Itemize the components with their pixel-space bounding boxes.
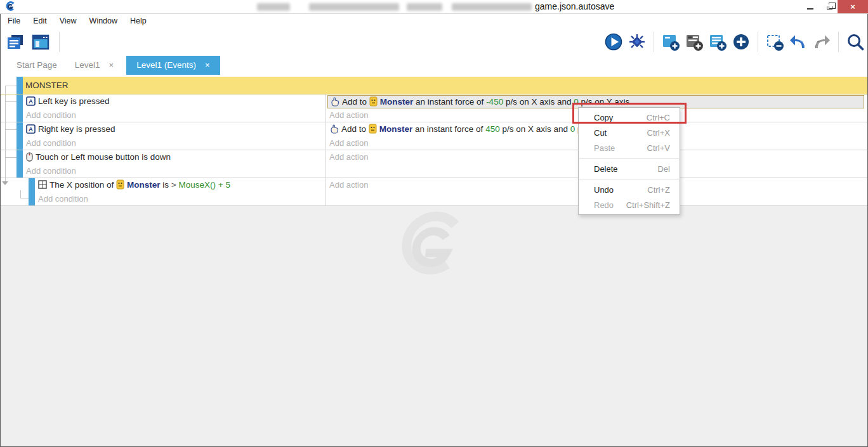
project-manager-icon[interactable] <box>5 30 25 53</box>
toolbar-separator <box>654 32 654 52</box>
menu-item-shortcut: Ctrl+X <box>647 128 670 138</box>
tab-start-page[interactable]: Start Page <box>8 56 66 75</box>
collapse-arrow-icon[interactable] <box>2 181 8 185</box>
event-row[interactable]: ALeft key is pressed Add condition Add t… <box>0 94 868 122</box>
events-sheet: MONSTER ALeft key is pressed Add conditi… <box>0 77 868 206</box>
event-row[interactable]: ARight key is pressed Add condition Add … <box>0 122 868 150</box>
minimize-button[interactable] <box>801 0 820 13</box>
event-handle-bar[interactable] <box>29 178 35 205</box>
event-handle-bar[interactable] <box>16 94 23 122</box>
redacted-title-segment <box>309 3 399 11</box>
remove-event-icon[interactable] <box>765 30 785 53</box>
scene-editor-icon[interactable] <box>30 30 51 53</box>
event-handle-bar[interactable] <box>16 122 23 150</box>
object-name: Monster <box>380 97 414 107</box>
menu-item-label: Undo <box>594 185 614 195</box>
restore-button[interactable] <box>820 0 839 13</box>
keyboard-key-icon: A <box>26 124 36 134</box>
add-subevent-icon[interactable] <box>684 30 704 53</box>
event-handle-bar[interactable] <box>16 150 23 178</box>
conditions-cell[interactable]: ARight key is pressed Add condition <box>23 122 326 150</box>
menu-separator <box>579 158 679 159</box>
minimize-icon <box>807 8 813 10</box>
add-condition-button[interactable]: Add condition <box>23 108 326 122</box>
gdevelop-watermark-logo <box>389 211 478 277</box>
toolbar-separator <box>758 32 758 52</box>
tree-line <box>5 129 16 130</box>
context-menu-item-paste[interactable]: Paste Ctrl+V <box>579 140 680 155</box>
restore-icon <box>827 4 832 10</box>
tab-bar: Start Page Level1× Level1 (Events)× <box>0 56 868 75</box>
search-icon[interactable] <box>845 30 865 53</box>
condition-line[interactable]: ALeft key is pressed <box>23 94 326 108</box>
event-handle-bar[interactable] <box>16 77 23 94</box>
menu-bar: File Edit View Window Help <box>0 14 868 28</box>
monster-object-icon <box>369 96 378 107</box>
context-menu-item-undo[interactable]: Undo Ctrl+Z <box>579 182 680 197</box>
toolbar-left-group <box>5 30 63 53</box>
tab-close-icon[interactable]: × <box>109 60 114 70</box>
mouse-icon <box>26 152 33 162</box>
menu-help[interactable]: Help <box>124 16 153 25</box>
menu-item-label: Delete <box>594 164 618 174</box>
add-event-type-icon[interactable] <box>731 30 751 53</box>
tab-level1[interactable]: Level1× <box>66 56 122 75</box>
context-menu-item-cut[interactable]: Cut Ctrl+X <box>579 125 680 140</box>
menu-edit[interactable]: Edit <box>27 16 53 25</box>
debug-icon[interactable] <box>627 30 647 53</box>
redacted-title-segment <box>257 3 290 11</box>
menu-item-label: Redo <box>594 200 614 210</box>
action-text: p/s on X axis and <box>500 124 570 134</box>
comment-event[interactable]: MONSTER <box>0 77 868 94</box>
redacted-title-segment <box>407 3 442 11</box>
condition-line[interactable]: ARight key is pressed <box>23 122 326 136</box>
condition-text: Touch or Left mouse button is down <box>36 152 171 162</box>
action-text: Add to <box>341 124 369 134</box>
add-condition-button[interactable]: Add condition <box>23 164 326 178</box>
add-condition-button[interactable]: Add condition <box>23 136 326 150</box>
tree-line <box>5 157 16 158</box>
menu-view[interactable]: View <box>53 16 83 25</box>
tab-close-icon[interactable]: × <box>205 60 210 70</box>
tree-line <box>20 198 29 198</box>
add-comment-icon[interactable] <box>707 30 728 53</box>
menu-window[interactable]: Window <box>83 16 124 25</box>
position-icon <box>38 180 47 189</box>
condition-line[interactable]: Touch or Left mouse button is down <box>23 150 326 164</box>
context-menu-item-redo[interactable]: Redo Ctrl+Shift+Z <box>579 197 680 212</box>
condition-text: The X position of <box>49 180 116 190</box>
toolbar <box>0 28 868 56</box>
add-condition-button[interactable]: Add condition <box>35 192 326 206</box>
gdevelop-logo-icon <box>5 1 15 14</box>
conditions-cell[interactable]: ALeft key is pressed Add condition <box>23 94 326 122</box>
menu-item-shortcut: Ctrl+V <box>647 143 670 153</box>
conditions-cell[interactable]: Touch or Left mouse button is down Add c… <box>23 150 326 178</box>
monster-object-icon <box>369 124 377 134</box>
context-menu-item-delete[interactable]: Delete Del <box>579 161 680 176</box>
redacted-title-segment <box>452 3 532 11</box>
redo-icon[interactable] <box>812 30 832 53</box>
editor-background <box>0 206 868 447</box>
svg-text:A: A <box>29 98 33 105</box>
menu-file[interactable]: File <box>1 16 27 25</box>
add-event-icon[interactable] <box>661 30 681 53</box>
action-text: p/s on X axis and <box>503 97 574 107</box>
toolbar-right-group <box>603 30 865 53</box>
action-text: Add to <box>342 97 369 107</box>
undo-icon[interactable] <box>788 30 808 53</box>
play-icon[interactable] <box>603 30 624 53</box>
window-title: game.json.autosave <box>535 1 614 11</box>
sub-event-row[interactable]: The X position of Monster is > MouseX() … <box>0 178 868 206</box>
tab-level1-events[interactable]: Level1 (Events)× <box>126 56 220 75</box>
event-row[interactable]: Touch or Left mouse button is down Add c… <box>0 150 868 178</box>
object-name: Monster <box>127 180 161 190</box>
close-button[interactable]: × <box>838 0 868 13</box>
keyboard-key-icon: A <box>26 96 36 106</box>
tree-line <box>5 86 16 86</box>
condition-text: is <box>161 180 171 190</box>
menu-item-shortcut: Ctrl+Z <box>647 185 670 195</box>
condition-line[interactable]: The X position of Monster is > MouseX() … <box>35 178 326 192</box>
copy-annotation-highlight <box>572 103 687 124</box>
conditions-cell[interactable]: The X position of Monster is > MouseX() … <box>35 178 326 205</box>
action-text: an instant force of <box>412 124 485 134</box>
